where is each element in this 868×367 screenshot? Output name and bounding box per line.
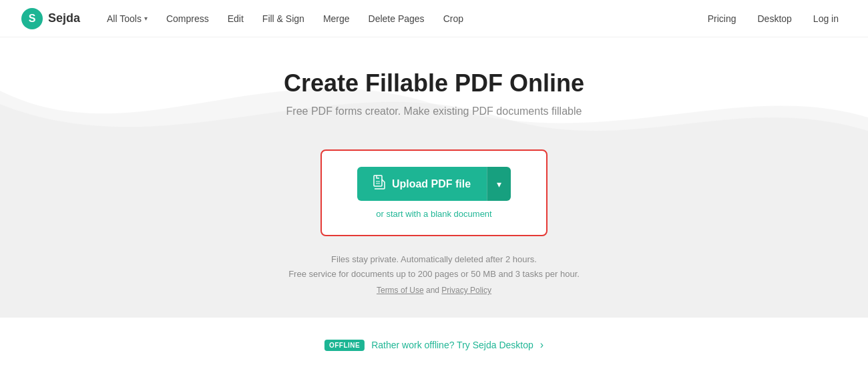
page-title: Create Fillable PDF Online (284, 69, 584, 97)
pdf-file-icon (373, 175, 385, 193)
nav-item-all-tools[interactable]: All Tools ▾ (99, 9, 156, 28)
nav-item-delete-pages[interactable]: Delete Pages (361, 9, 433, 28)
nav-item-pricing[interactable]: Pricing (700, 9, 744, 28)
main-content: Create Fillable PDF Online Free PDF form… (0, 37, 868, 295)
nav-item-compress[interactable]: Compress (158, 9, 217, 28)
navbar: S Sejda All Tools ▾ Compress Edit Fill &… (0, 0, 868, 37)
upload-button-group: Upload PDF file ▾ (357, 167, 511, 201)
nav-item-login[interactable]: Log in (805, 9, 847, 28)
upload-dropdown-button[interactable]: ▾ (487, 167, 511, 201)
nav-item-fill-sign[interactable]: Fill & Sign (254, 9, 312, 28)
legal-links: Terms of Use and Privacy Policy (288, 286, 580, 295)
info-line-2: Free service for documents up to 200 pag… (288, 267, 580, 282)
blank-document-link[interactable]: or start with a blank document (376, 209, 491, 219)
and-text: and (426, 286, 441, 295)
nav-left-items: All Tools ▾ Compress Edit Fill & Sign Me… (99, 9, 700, 28)
svg-rect-0 (374, 175, 382, 186)
logo[interactable]: S Sejda (21, 8, 80, 29)
terms-of-use-link[interactable]: Terms of Use (377, 286, 424, 295)
privacy-policy-link[interactable]: Privacy Policy (441, 286, 491, 295)
offline-banner[interactable]: OFFLINE Rather work offline? Try Sejda D… (324, 339, 544, 351)
offline-arrow-icon: › (540, 339, 544, 351)
offline-text: Rather work offline? Try Sejda Desktop (371, 340, 533, 350)
page-subtitle: Free PDF forms creator. Make existing PD… (286, 105, 582, 117)
offline-badge: OFFLINE (324, 340, 365, 351)
nav-item-crop[interactable]: Crop (435, 9, 471, 28)
info-line-1: Files stay private. Automatically delete… (288, 252, 580, 267)
nav-item-desktop[interactable]: Desktop (749, 9, 799, 28)
nav-right-items: Pricing Desktop Log in (700, 9, 847, 28)
info-section: Files stay private. Automatically delete… (288, 252, 580, 295)
logo-icon: S (21, 8, 43, 29)
nav-item-merge[interactable]: Merge (315, 9, 358, 28)
logo-text: Sejda (48, 11, 80, 25)
nav-item-edit[interactable]: Edit (220, 9, 252, 28)
chevron-down-icon: ▾ (497, 179, 501, 190)
upload-pdf-button[interactable]: Upload PDF file (357, 167, 487, 201)
upload-container: Upload PDF file ▾ or start with a blank … (320, 149, 548, 236)
dropdown-arrow-icon: ▾ (144, 15, 148, 22)
